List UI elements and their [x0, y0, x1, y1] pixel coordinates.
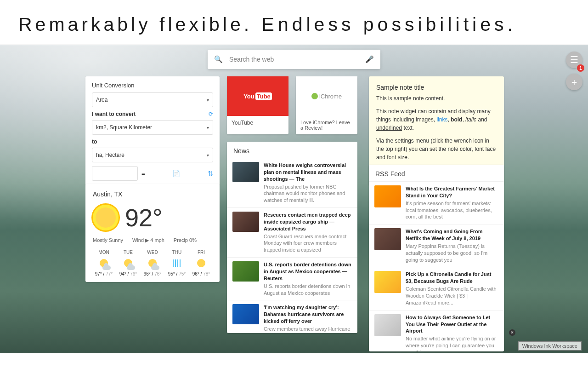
news-title: News [227, 147, 357, 155]
unit-from-select[interactable]: km2, Square Kilometer [92, 120, 213, 135]
note-line1: This is sample note content. [376, 94, 497, 103]
day-label: MON [93, 250, 115, 255]
windows-ink-tooltip: Windows Ink Workspace [518, 341, 582, 351]
news-thumb [232, 212, 259, 232]
unit-title: Unit Conversion [92, 82, 213, 89]
news-thumb [232, 162, 259, 182]
rss-item-summary: No matter what airline you're flying on … [406, 335, 498, 351]
news-item-summary: Coast Guard rescuers made contract Monda… [264, 233, 352, 254]
hero-banner: Remarkably flexible. Endless possibiliti… [0, 0, 588, 45]
rss-item-title: What Is the Greatest Farmers' Market Sta… [406, 185, 498, 199]
hi-lo: 96° / 78° [190, 271, 212, 276]
forecast-day: TUE94° / 76° [117, 250, 139, 276]
mic-icon[interactable]: 🎤 [365, 55, 374, 63]
rss-item[interactable]: What Is the Greatest Farmers' Market Sta… [369, 181, 504, 224]
add-button[interactable]: ＋ [566, 74, 582, 90]
copy-icon[interactable]: 📄 [172, 170, 180, 177]
weather-day-icon [93, 257, 115, 270]
rss-thumb [374, 314, 401, 336]
news-item[interactable]: White House weighs controversial plan on… [227, 158, 357, 207]
close-icon[interactable]: ✕ [509, 329, 515, 336]
rss-list[interactable]: What Is the Greatest Farmers' Market Sta… [369, 181, 504, 351]
unit-input[interactable] [92, 166, 138, 181]
news-item-title: U.S. reports border detentions down in A… [264, 261, 352, 282]
note-title: Sample note title [376, 83, 497, 92]
unit-category-value: Area [96, 97, 107, 103]
desktop-canvas: 🔍 🎤 ☰ 1 ＋ Unit Conversion Area I want to… [0, 45, 588, 353]
weather-day-icon [190, 257, 212, 270]
hi-lo: 96° / 76° [141, 271, 164, 276]
refresh-icon[interactable]: ⟳ [209, 111, 213, 117]
unit-from-value: km2, Square Kilometer [96, 124, 152, 131]
news-item[interactable]: U.S. reports border detentions down in A… [227, 257, 357, 300]
unit-conversion-card: Unit Conversion Area I want to convert⟳ … [85, 76, 220, 186]
day-label: WED [141, 250, 164, 255]
news-item-title: White House weighs controversial plan on… [264, 162, 352, 183]
forecast-day: MON97° / 77° [93, 250, 115, 276]
rss-item[interactable]: Pick Up a Citronella Candle for Just $3,… [369, 267, 504, 310]
rss-item-title: Pick Up a Citronella Candle for Just $3,… [406, 271, 498, 285]
equals-label: = [141, 170, 145, 177]
hero-rest: . Endless possibilities. [244, 14, 516, 35]
day-label: FRI [190, 250, 212, 255]
news-item-title: Rescuers contact men trapped deep inside… [264, 212, 352, 232]
rss-thumb [374, 228, 401, 250]
hero-text: Remarkably flexible. Endless possibiliti… [18, 14, 516, 35]
youtube-logo: YouTube [227, 76, 288, 116]
rss-item[interactable]: How to Always Get Someone to Let You Use… [369, 310, 504, 351]
youtube-label: YouTube [227, 116, 288, 130]
rss-item-title: How to Always Get Someone to Let You Use… [406, 314, 498, 335]
weather-condition: Mostly Sunny [93, 237, 123, 243]
unit-to-value: ha, Hectare [96, 152, 124, 158]
day-label: THU [166, 250, 188, 255]
note-line2: This note widget can contain and display… [376, 107, 497, 132]
hero-strong: Remarkably flexible [18, 14, 244, 35]
weather-day-icon [117, 257, 139, 270]
weather-day-icon [141, 257, 164, 270]
weather-day-icon [166, 257, 188, 270]
sun-icon [93, 205, 119, 230]
news-list[interactable]: White House weighs controversial plan on… [227, 158, 357, 333]
news-item-summary: Proposal pushed by former NBC chairman w… [264, 184, 352, 204]
rss-thumb [374, 271, 401, 293]
rss-thumb [374, 185, 401, 207]
notification-badge[interactable]: 1 [577, 64, 584, 72]
news-item[interactable]: Rescuers contact men trapped deep inside… [227, 207, 357, 257]
hi-lo: 95° / 75° [166, 271, 188, 276]
swap-icon[interactable]: ⇅ [208, 170, 213, 177]
rss-card: RSS Feed What Is the Greatest Farmers' M… [369, 165, 504, 351]
news-item-title: 'I'm watching my daughter cry': Bahamas … [264, 304, 352, 325]
unit-to-label: to [92, 138, 213, 145]
news-item-summary: Crew members turned away Hurricane Doria… [264, 326, 352, 333]
youtube-tile[interactable]: YouTube YouTube [227, 76, 288, 134]
unit-to-select[interactable]: ha, Hectare [92, 148, 213, 162]
hi-lo: 94° / 76° [117, 271, 139, 276]
search-icon: 🔍 [214, 55, 223, 63]
ichrome-logo: iChrome [296, 76, 357, 116]
day-label: TUE [117, 250, 139, 255]
rss-item[interactable]: What's Coming and Going From Netflix the… [369, 224, 504, 267]
news-thumb [232, 261, 259, 282]
weather-card: Austin, TX 92° Mostly Sunny Wind ▶ 4 mph… [85, 184, 220, 282]
precip-block: Precip 0% [174, 237, 197, 243]
news-item[interactable]: 'I'm watching my daughter cry': Bahamas … [227, 300, 357, 333]
forecast-day: THU95° / 75° [166, 250, 188, 276]
hi-lo: 97° / 77° [93, 271, 115, 276]
unit-category-select[interactable]: Area [92, 92, 213, 107]
wind-block: Wind ▶ 4 mph [132, 237, 164, 243]
search-bar[interactable]: 🔍 🎤 [208, 50, 380, 69]
unit-convert-label: I want to convert⟳ [92, 111, 213, 117]
note-line3: Via the settings menu (click the wrench … [376, 137, 497, 161]
weather-temp: 92° [125, 203, 163, 232]
news-card: News White House weighs controversial pl… [227, 142, 357, 333]
ichrome-label: Love iChrome? Leave a Review! [296, 116, 357, 134]
rss-item-summary: Coleman Scented Citronella Candle with W… [406, 286, 498, 306]
weather-location: Austin, TX [93, 190, 212, 198]
forecast-row: MON97° / 77°TUE94° / 76°WED96° / 76°THU9… [93, 250, 212, 276]
forecast-day: FRI96° / 78° [190, 250, 212, 276]
news-item-summary: U.S. reports border detentions down in A… [264, 283, 352, 297]
rss-item-title: What's Coming and Going From Netflix the… [406, 228, 498, 242]
search-input[interactable] [228, 55, 365, 63]
ichrome-tile[interactable]: iChrome Love iChrome? Leave a Review! [296, 76, 357, 134]
note-link[interactable]: links [436, 116, 447, 123]
